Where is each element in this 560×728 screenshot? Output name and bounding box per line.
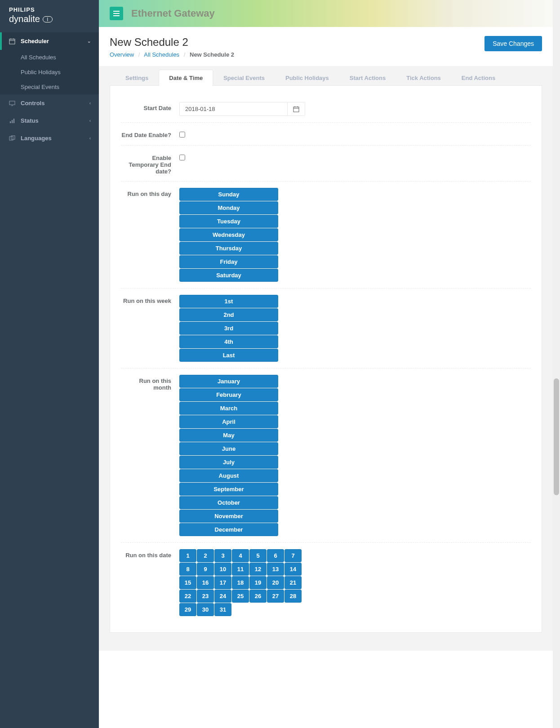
day-toggle[interactable]: Friday [179,255,278,268]
date-toggle[interactable]: 10 [214,563,231,576]
sidebar-item-languages[interactable]: Languages ‹ [0,129,99,147]
day-toggle[interactable]: Monday [179,201,278,214]
date-toggle[interactable]: 28 [284,590,302,603]
date-toggle[interactable]: 22 [179,590,196,603]
main: Ethernet Gateway New Schedule 2 Overview… [99,0,553,728]
day-toggle[interactable]: Thursday [179,242,278,255]
date-toggle[interactable]: 3 [214,549,231,562]
sidebar-item-status[interactable]: Status ‹ [0,112,99,129]
month-toggle[interactable]: August [179,469,278,482]
month-toggle[interactable]: January [179,375,278,388]
date-toggle[interactable]: 8 [179,563,196,576]
day-toggle[interactable]: Tuesday [179,215,278,228]
tab-special-events[interactable]: Special Events [213,70,275,86]
brand-bottom-text: dynalite [9,14,40,24]
start-date-label: Start Date [121,102,179,116]
hamburger-icon [113,11,120,16]
date-toggle[interactable]: 17 [214,576,231,589]
date-toggle[interactable]: 25 [232,590,249,603]
topbar: Ethernet Gateway [99,0,553,27]
month-toggle[interactable]: December [179,523,278,536]
breadcrumb-all-schedules[interactable]: All Schedules [144,51,179,58]
week-toggle[interactable]: Last [179,349,278,362]
breadcrumb-overview[interactable]: Overview [110,51,134,58]
date-toggle[interactable]: 19 [249,576,267,589]
day-toggle[interactable]: Sunday [179,188,278,201]
sidebar-item-scheduler[interactable]: Scheduler ⌄ [0,32,99,50]
month-toggle[interactable]: March [179,402,278,415]
date-toggle[interactable]: 4 [232,549,249,562]
tabs: Settings Date & Time Special Events Publ… [110,66,542,86]
enable-temp-end-checkbox[interactable] [179,155,185,160]
month-toggle[interactable]: September [179,483,278,496]
date-toggle[interactable]: 16 [197,576,214,589]
date-toggle[interactable]: 6 [267,549,284,562]
tab-start-actions[interactable]: Start Actions [339,70,396,86]
svg-rect-14 [293,107,299,112]
date-toggle[interactable]: 21 [284,576,302,589]
sidebar-subitem-all-schedules[interactable]: All Schedules [0,50,99,65]
breadcrumb-sep: / [138,51,140,58]
date-toggle[interactable]: 23 [197,590,214,603]
date-toggle[interactable]: 13 [267,563,284,576]
date-toggle[interactable]: 1 [179,549,196,562]
tab-end-actions[interactable]: End Actions [451,70,506,86]
chart-icon [8,118,16,124]
tab-tick-actions[interactable]: Tick Actions [396,70,451,86]
date-toggle[interactable]: 7 [284,549,302,562]
month-toggle[interactable]: July [179,456,278,469]
date-toggle[interactable]: 14 [284,563,302,576]
menu-toggle-button[interactable] [110,7,123,20]
week-toggle[interactable]: 2nd [179,308,278,321]
date-toggle[interactable]: 18 [232,576,249,589]
week-toggle[interactable]: 1st [179,295,278,308]
date-toggle[interactable]: 15 [179,576,196,589]
end-date-enable-checkbox[interactable] [179,132,185,138]
month-toggle[interactable]: November [179,510,278,523]
save-changes-button[interactable]: Save Changes [484,36,542,51]
start-date-input-group [179,102,305,116]
brand-top: PHILIPS [9,6,90,13]
tab-date-time[interactable]: Date & Time [159,70,213,86]
chevron-left-icon: ‹ [89,136,91,141]
content-scroll[interactable]: New Schedule 2 Overview / All Schedules … [99,27,553,728]
date-toggle[interactable]: 11 [232,563,249,576]
enable-temp-end-label: Enable Temporary End date? [121,152,179,175]
week-toggle[interactable]: 3rd [179,322,278,335]
date-toggle[interactable]: 26 [249,590,267,603]
date-toggle[interactable]: 30 [197,603,214,616]
sidebar: PHILIPS dynalite Scheduler ⌄ All Schedul… [0,0,99,728]
date-toggle[interactable]: 24 [214,590,231,603]
window-scrollbar[interactable] [553,0,560,728]
run-date-label: Run on this date [121,549,179,616]
svg-rect-0 [9,39,15,44]
languages-icon [8,135,16,142]
page-heading: New Schedule 2 Overview / All Schedules … [99,27,553,66]
month-toggle[interactable]: June [179,442,278,455]
date-toggle[interactable]: 12 [249,563,267,576]
sidebar-subitem-special-events[interactable]: Special Events [0,80,99,94]
sidebar-item-controls[interactable]: Controls ‹ [0,94,99,112]
month-toggle[interactable]: April [179,415,278,428]
date-toggle[interactable]: 31 [214,603,231,616]
tab-public-holidays[interactable]: Public Holidays [275,70,339,86]
start-date-picker-button[interactable] [288,102,305,116]
day-toggle[interactable]: Saturday [179,269,278,282]
month-toggle[interactable]: February [179,388,278,401]
date-toggle[interactable]: 29 [179,603,196,616]
date-toggle[interactable]: 9 [197,563,214,576]
date-toggle[interactable]: 5 [249,549,267,562]
start-date-input[interactable] [179,102,288,116]
window-scrollbar-thumb[interactable] [554,378,559,495]
row-run-day: Run on this day Sunday Monday Tuesday We… [121,182,531,289]
month-toggle[interactable]: May [179,429,278,442]
month-toggle[interactable]: October [179,496,278,509]
date-toggle[interactable]: 20 [267,576,284,589]
sidebar-subitem-public-holidays[interactable]: Public Holidays [0,65,99,80]
week-toggle[interactable]: 4th [179,335,278,348]
day-toggle[interactable]: Wednesday [179,228,278,241]
date-toggle[interactable]: 27 [267,590,284,603]
brand-logo-icon [43,16,53,22]
date-toggle[interactable]: 2 [197,549,214,562]
tab-settings[interactable]: Settings [115,70,159,86]
